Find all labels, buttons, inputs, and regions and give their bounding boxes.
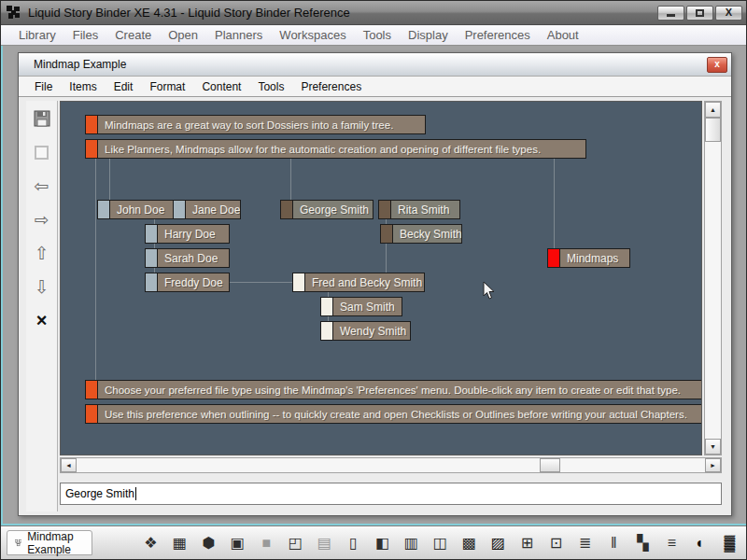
banner-item[interactable]: Like Planners, Mindmaps allow for the au… [85, 139, 586, 159]
stop-icon[interactable]: ■ [257, 535, 275, 552]
scroll-up-button[interactable]: ▲ [705, 102, 721, 118]
item-label-field[interactable]: George Smith [60, 483, 722, 505]
scroll-down-button[interactable]: ▼ [705, 439, 721, 455]
floppy-icon [34, 110, 50, 127]
mindmap-node[interactable]: Wendy Smith [320, 321, 411, 341]
save-icon[interactable]: ▣ [228, 534, 247, 552]
mindmap-node[interactable]: Harry Doe [145, 224, 230, 244]
vertical-scroll-thumb[interactable] [705, 118, 721, 142]
list-icon[interactable]: ▥ [402, 534, 420, 552]
statusbar: Mindmap Example ❖▦⬢▣■◰▤▯◧▥◫▩▨⊞⊡≣‖▚≡◐▓‖✎ [1, 525, 747, 559]
mindmap-node[interactable]: Sam Smith [320, 297, 402, 316]
node-label: Sarah Doe [158, 249, 229, 267]
connector-line [109, 159, 110, 200]
menu-workspaces[interactable]: Workspaces [271, 26, 354, 44]
orange-tag [86, 116, 98, 133]
mindmap-node[interactable]: Rita Smith [378, 200, 460, 219]
banner-item[interactable]: Mindmaps are a great way to sort Dossier… [85, 115, 426, 134]
main-menubar: LibraryFilesCreateOpenPlannersWorkspaces… [1, 25, 747, 46]
vertical-scrollbar[interactable]: ▲ ▼ [704, 101, 722, 455]
save-button[interactable] [30, 106, 54, 131]
binder-icon[interactable]: ❖ [141, 534, 160, 552]
mindmap-node[interactable]: Mindmaps [547, 248, 630, 268]
maximize-button[interactable] [686, 6, 713, 21]
horizontal-scroll-thumb[interactable] [540, 458, 560, 472]
mindmap-menubar: FileItemsEditFormatContentToolsPreferenc… [19, 77, 731, 97]
menu-create[interactable]: Create [106, 26, 160, 44]
banner-text: Use this preference when outlining -- to… [98, 405, 702, 423]
spreadsheet-icon[interactable]: ◧ [373, 534, 391, 552]
node-label: George Smith [293, 201, 373, 218]
move-left-button[interactable]: ⇦ [30, 174, 54, 198]
mindmap-menu-file[interactable]: File [26, 78, 61, 95]
blue-tag [146, 249, 158, 267]
mindmap-canvas[interactable]: Mindmaps are a great way to sort Dossier… [60, 101, 702, 455]
new-page-icon[interactable]: ▯ [344, 534, 362, 552]
move-down-button[interactable]: ⇩ [30, 274, 54, 299]
mindmap-close-button[interactable]: x [707, 57, 727, 73]
mindmap-node[interactable]: Becky Smith [380, 224, 462, 244]
connector-line [230, 282, 292, 283]
tiles-icon[interactable]: ▚ [633, 534, 652, 552]
node-label: Freddy Doe [158, 273, 229, 291]
menu-tools[interactable]: Tools [355, 26, 400, 44]
app-logo-icon [7, 6, 21, 20]
move-right-icon: ⇨ [35, 209, 49, 231]
scroll-left-button[interactable]: ◄ [61, 458, 77, 472]
mindmap-menu-preferences[interactable]: Preferences [292, 78, 370, 95]
blue-tag [146, 225, 158, 243]
scroll-right-button[interactable]: ► [705, 458, 721, 472]
image-icon[interactable]: ▨ [488, 534, 507, 552]
outline-icon[interactable]: ≣ [575, 534, 594, 552]
split-view-icon[interactable]: ◫ [430, 534, 449, 552]
mindmap-menu-tools[interactable]: Tools [249, 78, 292, 95]
columns-icon[interactable]: ‖ [604, 535, 623, 552]
menu-planners[interactable]: Planners [206, 26, 271, 44]
mindmap-node[interactable]: Fred and Becky Smith [292, 273, 425, 292]
gallery-icon[interactable]: ◐ [691, 535, 710, 552]
move-up-button[interactable]: ⇧ [30, 241, 54, 265]
notes-icon[interactable]: ▤ [315, 534, 333, 552]
mindmap-menu-items[interactable]: Items [61, 78, 105, 95]
mindmap-node[interactable]: Sarah Doe [145, 248, 230, 268]
new-item-button[interactable] [30, 140, 54, 164]
mindmap-node[interactable]: John Doe [97, 200, 177, 219]
mindmap-window-title: Mindmap Example [34, 58, 707, 71]
tab-mindmap-example[interactable]: Mindmap Example [7, 530, 92, 555]
banner-item[interactable]: Choose your preferred file type using th… [85, 380, 702, 399]
menu-display[interactable]: Display [400, 26, 457, 44]
banner-item[interactable]: Use this preference when outlining -- to… [85, 404, 702, 424]
stack-icon[interactable]: ≡ [662, 535, 681, 552]
window-title: Liquid Story Binder XE 4.31 - Liquid Sto… [28, 6, 657, 20]
move-down-icon: ⇩ [35, 276, 49, 298]
delete-button[interactable]: × [30, 308, 54, 332]
mindmap-icon[interactable]: ⊡ [546, 534, 565, 552]
menu-open[interactable]: Open [160, 26, 206, 44]
menu-about[interactable]: About [539, 26, 587, 44]
table-icon[interactable]: ▦ [170, 534, 189, 552]
connector-line [95, 159, 96, 380]
menu-preferences[interactable]: Preferences [457, 26, 539, 44]
calendar-icon[interactable]: ⊞ [517, 534, 536, 552]
menu-library[interactable]: Library [10, 26, 64, 44]
mosaic-icon[interactable]: ▓ [720, 535, 739, 552]
dossier-icon[interactable]: ⬢ [199, 534, 218, 552]
mindmap-node[interactable]: George Smith [280, 200, 374, 219]
shapes-icon[interactable]: ◰ [286, 534, 304, 552]
node-label: Rita Smith [391, 201, 459, 218]
blue-tag [174, 201, 186, 218]
mindmap-node[interactable]: Freddy Doe [145, 273, 230, 292]
node-label: Harry Doe [158, 225, 229, 243]
mindmap-menu-format[interactable]: Format [141, 78, 193, 95]
menu-files[interactable]: Files [64, 26, 106, 44]
move-right-button[interactable]: ⇨ [30, 207, 54, 231]
horizontal-scrollbar[interactable]: ◄ ► [60, 457, 722, 473]
pattern-icon[interactable]: ▩ [459, 534, 478, 552]
mindmap-menu-content[interactable]: Content [193, 78, 249, 95]
minimize-button[interactable] [657, 6, 684, 21]
mindmap-node[interactable]: Jane Doe [173, 200, 241, 219]
mindmap-menu-edit[interactable]: Edit [106, 78, 142, 95]
close-button[interactable]: X [715, 6, 742, 21]
banner-text: Mindmaps are a great way to sort Dossier… [98, 116, 425, 133]
mindmap-window-titlebar[interactable]: Mindmap Example x [19, 53, 731, 77]
